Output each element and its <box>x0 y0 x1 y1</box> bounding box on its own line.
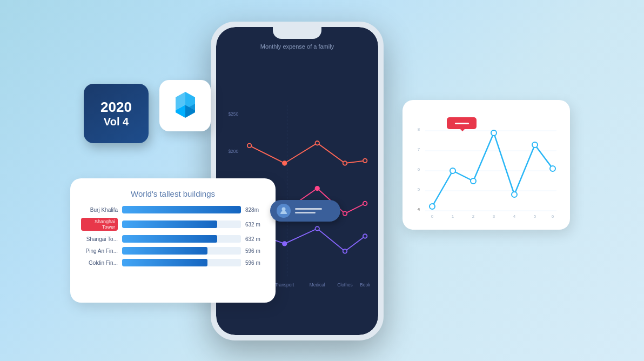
svg-point-31 <box>363 234 367 238</box>
svg-point-24 <box>316 186 319 190</box>
bar-track-burj <box>122 206 241 213</box>
svg-point-53 <box>491 130 497 136</box>
person-icon <box>279 206 288 215</box>
svg-text:4: 4 <box>418 207 420 212</box>
svg-point-30 <box>343 249 347 253</box>
contact-card <box>270 200 340 222</box>
svg-text:6: 6 <box>418 167 420 172</box>
svg-point-52 <box>471 178 476 184</box>
svg-point-29 <box>316 226 319 230</box>
bar-value-burj: 828m <box>245 207 265 213</box>
right-chart-card: 4 5 6 7 8 0 1 2 3 4 5 6 <box>403 100 570 230</box>
svg-text:5: 5 <box>418 187 420 192</box>
svg-point-26 <box>363 202 367 205</box>
svg-text:Transport: Transport <box>275 282 294 288</box>
bar-track-goldin <box>122 259 241 266</box>
svg-point-50 <box>430 204 435 209</box>
svg-point-25 <box>343 211 347 215</box>
bar-value-shanghaito: 632 m <box>245 236 265 242</box>
bar-fill-goldin <box>122 259 207 266</box>
bar-value-shanghai-sel: 632 m <box>245 222 265 228</box>
bar-fill-shanghaito <box>122 235 217 243</box>
contact-text-lines <box>295 208 322 213</box>
buildings-card: World's tallest buildings Burj Khalifa 8… <box>70 178 276 303</box>
svg-text:4: 4 <box>513 214 516 219</box>
bar-value-goldin: 596 m <box>245 260 265 266</box>
contact-line-2 <box>295 212 316 213</box>
svg-text:3: 3 <box>493 214 495 219</box>
year-badge: 2020 Vol 4 <box>84 84 149 143</box>
bar-track-shanghai-sel <box>122 220 241 228</box>
svg-text:0: 0 <box>431 214 434 219</box>
svg-text:Clothes: Clothes <box>337 282 352 288</box>
phone-chart-title: Monthly expense of a family <box>224 43 370 50</box>
contact-avatar <box>277 204 291 218</box>
svg-text:Medical: Medical <box>310 282 325 288</box>
chart-tooltip <box>447 117 477 129</box>
bar-label-shanghaito: Shangai To... <box>81 236 118 242</box>
bar-label-goldin: Goldin Fin... <box>81 260 118 266</box>
svg-text:$200: $200 <box>228 149 238 154</box>
tooltip-line <box>455 123 469 124</box>
bar-track-pingan <box>122 247 241 255</box>
badge-year: 2020 <box>100 99 132 116</box>
bar-value-pingan: 596 m <box>245 248 265 254</box>
bar-fill-pingan <box>122 247 207 255</box>
svg-text:7: 7 <box>418 147 420 152</box>
svg-point-56 <box>550 166 555 171</box>
svg-point-21 <box>363 159 367 163</box>
svg-point-51 <box>450 168 455 173</box>
svg-text:5: 5 <box>534 214 536 219</box>
bar-row-pingan: Ping An Fin... 596 m <box>81 247 265 255</box>
bar-row-goldin: Goldin Fin... 596 m <box>81 259 265 266</box>
svg-point-17 <box>247 144 251 148</box>
svg-point-55 <box>532 142 538 148</box>
contact-line-1 <box>295 208 322 210</box>
bar-label-burj: Burj Khalifa <box>81 207 118 213</box>
tooltip-arrow <box>460 129 465 131</box>
bar-fill-burj <box>122 206 241 213</box>
bar-row-burj: Burj Khalifa 828m <box>81 206 265 213</box>
bar-label-shanghai-selected: Shanghai Tower <box>81 218 118 231</box>
svg-point-20 <box>343 161 347 165</box>
bar-label-pingan: Ping An Fin... <box>81 248 118 254</box>
flutter-icon <box>171 90 199 122</box>
svg-text:1: 1 <box>452 214 454 219</box>
svg-text:8: 8 <box>418 127 420 132</box>
buildings-card-title: World's tallest buildings <box>81 189 265 198</box>
bar-track-shanghaito <box>122 235 241 243</box>
phone-notch <box>273 27 321 39</box>
svg-point-32 <box>282 208 286 211</box>
svg-point-54 <box>512 192 517 197</box>
svg-point-28 <box>283 242 286 245</box>
svg-text:$250: $250 <box>228 111 238 117</box>
svg-text:6: 6 <box>552 214 554 219</box>
svg-text:2: 2 <box>472 214 475 219</box>
flutter-logo <box>159 80 211 131</box>
bar-fill-shanghai-sel <box>122 220 217 228</box>
svg-text:Book: Book <box>360 282 370 288</box>
bar-row-shanghaito: Shangai To... 632 m <box>81 235 265 243</box>
badge-vol: Vol 4 <box>104 116 129 128</box>
svg-point-19 <box>316 141 319 145</box>
bar-row-shanghai-selected: Shanghai Tower 632 m <box>81 218 265 231</box>
svg-point-18 <box>283 161 286 165</box>
right-chart-svg: 4 5 6 7 8 0 1 2 3 4 5 6 <box>413 111 559 219</box>
